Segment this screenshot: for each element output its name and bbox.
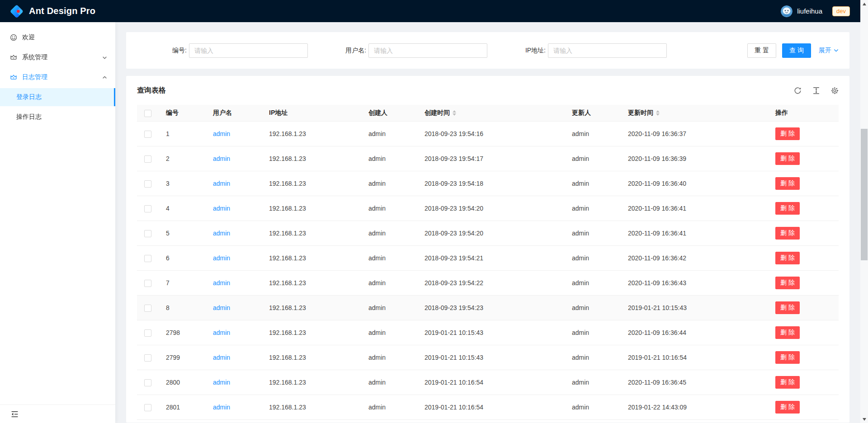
row-checkbox[interactable] [144,230,151,237]
sidebar-subitem-3[interactable]: 登录日志 [0,88,115,106]
sidebar-item-2[interactable]: 日志管理 [0,68,115,86]
row-checkbox[interactable] [144,305,151,312]
delete-button[interactable]: 删 除 [775,227,800,240]
delete-button[interactable]: 删 除 [775,401,800,414]
column-header-creator: 创建人 [361,105,417,122]
row-checkbox[interactable] [144,280,151,287]
cell-ip: 192.168.1.23 [262,122,361,146]
reset-button[interactable]: 重 置 [747,43,776,58]
column-header-action: 操作 [768,105,839,122]
filter-field-input-2[interactable] [548,43,667,58]
setting-icon[interactable] [831,87,839,94]
username-link[interactable]: admin [213,379,230,386]
username-link[interactable]: admin [213,180,230,187]
delete-button[interactable]: 删 除 [775,301,800,314]
username-link[interactable]: admin [213,254,230,262]
cell-created: 2019-01-22 14:43:09 [417,420,565,423]
cell-checkbox [137,271,159,296]
cell-username: admin [206,320,262,345]
sort-carets-icon[interactable] [656,110,660,116]
user-name[interactable]: liufeihua [797,7,822,15]
username-link[interactable]: admin [213,304,230,311]
reload-icon[interactable] [794,87,802,94]
expand-toggle[interactable]: 展开 [819,47,839,55]
cell-updated: 2019-01-21 10:15:43 [621,296,768,320]
cell-checkbox [137,196,159,221]
cell-created: 2019-01-21 10:16:54 [417,395,565,420]
delete-button[interactable]: 删 除 [775,252,800,264]
username-link[interactable]: admin [213,155,230,162]
username-link[interactable]: admin [213,205,230,212]
row-checkbox[interactable] [144,180,151,188]
row-checkbox[interactable] [144,155,151,163]
cell-action: 删 除 [768,271,839,296]
filter-field-2: IP地址: [496,43,667,58]
scrollbar-thumb[interactable] [861,129,868,260]
cell-creator: admin [361,345,417,370]
row-checkbox[interactable] [144,329,151,337]
username-link[interactable]: admin [213,230,230,237]
delete-button[interactable]: 删 除 [775,351,800,364]
cell-action: 删 除 [768,196,839,221]
row-checkbox[interactable] [144,205,151,212]
scrollbar[interactable] [860,0,868,423]
sort-carets-icon[interactable] [453,110,456,116]
delete-button[interactable]: 删 除 [775,177,800,190]
cell-ip: 192.168.1.23 [262,296,361,320]
delete-button[interactable]: 删 除 [775,277,800,289]
cell-ip: 192.168.1.23 [262,171,361,196]
search-button[interactable]: 查 询 [782,43,811,58]
cell-id: 2 [159,146,206,171]
app-logo-icon[interactable] [10,5,24,18]
cell-created: 2018-09-23 19:54:16 [417,122,565,146]
cell-action: 删 除 [768,221,839,246]
username-link[interactable]: admin [213,354,230,361]
row-checkbox[interactable] [144,255,151,262]
sidebar-item-0[interactable]: 欢迎 [0,28,115,47]
delete-button[interactable]: 删 除 [775,326,800,339]
cell-ip: 192.168.1.23 [262,370,361,395]
cell-username: admin [206,221,262,246]
cell-created: 2018-09-23 19:54:22 [417,271,565,296]
column-header-created[interactable]: 创建时间 [417,105,565,122]
sidebar-subitem-label: 登录日志 [16,93,42,101]
sidebar-item-label: 日志管理 [22,73,102,81]
cell-creator: admin [361,296,417,320]
select-all-checkbox[interactable] [144,110,151,117]
cell-updated: 2020-11-09 16:36:40 [621,171,768,196]
filter-field-input-0[interactable] [189,43,308,58]
row-checkbox[interactable] [144,404,151,411]
column-height-icon[interactable] [812,87,820,94]
column-header-updated[interactable]: 更新时间 [621,105,768,122]
delete-button[interactable]: 删 除 [775,152,800,165]
cell-creator: admin [361,196,417,221]
login-log-table: 编号用户名IP地址创建人创建时间更新人更新时间操作 1admin192.168.… [137,105,839,423]
username-link[interactable]: admin [213,279,230,287]
cell-action: 删 除 [768,171,839,196]
delete-button[interactable]: 删 除 [775,127,800,140]
delete-button[interactable]: 删 除 [775,202,800,215]
menu-fold-icon[interactable] [11,410,19,418]
cell-id: 6 [159,246,206,271]
row-checkbox[interactable] [144,379,151,386]
cell-id: 1 [159,122,206,146]
row-checkbox[interactable] [144,131,151,138]
username-link[interactable]: admin [213,130,230,137]
username-link[interactable]: admin [213,329,230,336]
filter-field-input-1[interactable] [368,43,487,58]
cell-created: 2018-09-23 19:54:21 [417,246,565,271]
delete-button[interactable]: 删 除 [775,376,800,389]
username-link[interactable]: admin [213,404,230,411]
user-avatar[interactable] [781,5,793,17]
scrollbar-down-arrow-icon[interactable] [860,415,868,423]
cell-updater: admin [565,320,621,345]
cell-ip: 192.168.1.23 [262,345,361,370]
row-checkbox[interactable] [144,354,151,362]
expand-label: 展开 [819,47,831,55]
sidebar-item-1[interactable]: 系统管理 [0,48,115,66]
cell-checkbox [137,146,159,171]
scrollbar-up-arrow-icon[interactable] [860,0,868,8]
sidebar-subitem-4[interactable]: 操作日志 [0,108,115,126]
cell-action: 删 除 [768,122,839,146]
cell-checkbox [137,345,159,370]
